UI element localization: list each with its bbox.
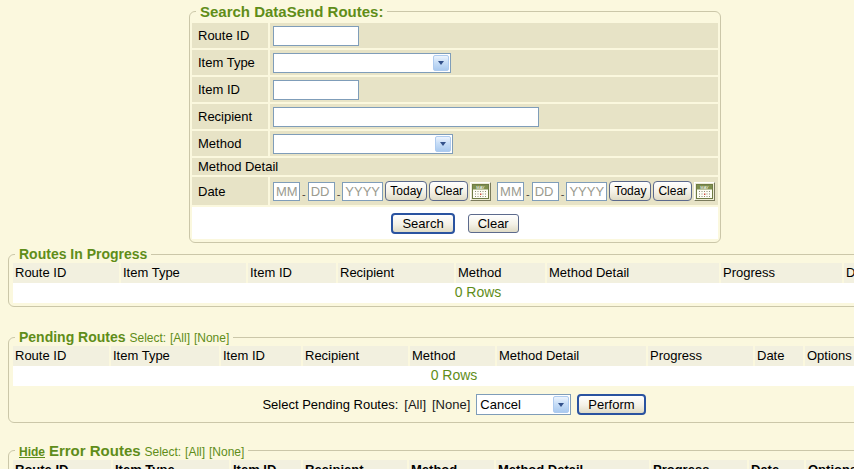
col-method-detail: Method Detail (547, 263, 719, 283)
method-detail-row: Method Detail (192, 158, 718, 175)
date-separator: - (337, 188, 341, 200)
date-separator: - (561, 188, 565, 200)
date-to-month-input[interactable] (497, 182, 524, 201)
col-date: Date (844, 263, 854, 283)
date-from-day-input[interactable] (308, 182, 335, 201)
date-from-group: - - Today Clear MAY (273, 181, 491, 201)
recipient-input[interactable] (273, 107, 539, 127)
col-route-id: Route ID (13, 460, 111, 469)
date-from-today-button[interactable]: Today (385, 181, 427, 201)
date-from-year-input[interactable] (342, 182, 383, 201)
col-method-detail: Method Detail (497, 346, 646, 366)
item-id-label: Item ID (192, 77, 268, 102)
svg-text:MAY: MAY (476, 184, 485, 189)
calendar-icon[interactable]: MAY (694, 182, 715, 201)
col-method: Method (409, 460, 494, 469)
pending-select-label: Select: (129, 331, 166, 345)
dropdown-arrow-icon (553, 396, 569, 413)
date-row: Date - - Today Clear MAY (192, 177, 718, 205)
date-to-today-button[interactable]: Today (609, 181, 651, 201)
item-id-field-cell (270, 77, 718, 102)
col-item-type: Item Type (121, 263, 246, 283)
col-date: Date (755, 346, 803, 366)
pending-action-select[interactable]: Cancel (476, 394, 571, 415)
date-from-clear-button[interactable]: Clear (429, 181, 468, 201)
routes-in-progress-panel: Routes In Progress Route ID Item Type It… (8, 246, 854, 307)
item-id-input[interactable] (273, 80, 359, 100)
item-type-field-cell (270, 50, 718, 75)
table-header-row: Route ID Item Type Item ID Recipient Met… (13, 263, 854, 283)
route-id-label: Route ID (192, 23, 268, 48)
col-item-id: Item ID (248, 263, 336, 283)
method-select[interactable] (273, 134, 453, 154)
pending-action-row: Select Pending Routes: [All] [None] Canc… (11, 394, 854, 415)
error-select-none-link[interactable]: [None] (209, 445, 244, 459)
search-button[interactable]: Search (391, 213, 454, 234)
method-detail-label: Method Detail (192, 158, 718, 175)
date-from-month-input[interactable] (273, 182, 300, 201)
pending-action-none-link[interactable]: [None] (432, 397, 470, 412)
col-method: Method (410, 346, 495, 366)
col-recipient: Recipient (338, 263, 454, 283)
method-row: Method (192, 131, 718, 156)
routes-in-progress-title: Routes In Progress (15, 246, 151, 262)
error-routes-title: Hide Error Routes Select: [All] [None] (15, 442, 248, 459)
search-datasend-routes-panel: Search DataSend Routes: Route ID Item Ty… (189, 3, 721, 243)
pending-routes-panel: Pending Routes Select: [All] [None] Rout… (8, 329, 854, 423)
error-select-label: Select: (144, 445, 181, 459)
col-item-id: Item ID (231, 460, 301, 469)
col-item-type: Item Type (113, 460, 229, 469)
search-buttons-row: Search Clear (192, 207, 718, 239)
hide-error-routes-link[interactable]: Hide (19, 445, 45, 459)
item-type-select[interactable] (273, 53, 451, 73)
col-progress: Progress (651, 460, 747, 469)
date-field-cell: - - Today Clear MAY (270, 177, 718, 205)
date-to-day-input[interactable] (532, 182, 559, 201)
pending-action-all-link[interactable]: [All] (404, 397, 426, 412)
recipient-row: Recipient (192, 104, 718, 129)
pending-select-none-link[interactable]: [None] (194, 331, 229, 345)
pending-routes-title-text: Pending Routes (19, 329, 126, 345)
date-to-clear-button[interactable]: Clear (653, 181, 692, 201)
pending-routes-title: Pending Routes Select: [All] [None] (15, 329, 233, 345)
col-recipient: Recipient (303, 346, 408, 366)
table-header-row: Route ID Item Type Item ID Recipient Met… (13, 460, 854, 469)
svg-text:MAY: MAY (700, 184, 709, 189)
date-label: Date (192, 177, 268, 205)
method-label: Method (192, 131, 268, 156)
routes-in-progress-table: Route ID Item Type Item ID Recipient Met… (11, 263, 854, 303)
route-id-row: Route ID (192, 23, 718, 48)
col-recipient: Recipient (303, 460, 407, 469)
item-type-label: Item Type (192, 50, 268, 75)
recipient-label: Recipient (192, 104, 268, 129)
route-id-field-cell (270, 23, 718, 48)
clear-button[interactable]: Clear (468, 214, 519, 233)
col-progress: Progress (721, 263, 842, 283)
pending-action-select-value: Cancel (480, 397, 520, 412)
calendar-icon[interactable]: MAY (470, 182, 491, 201)
route-id-input[interactable] (273, 26, 359, 46)
pending-select-all-link[interactable]: [All] (170, 331, 190, 345)
search-panel-title: Search DataSend Routes: (196, 3, 387, 20)
col-options: Options (805, 346, 854, 366)
col-options: Options (806, 460, 854, 469)
dropdown-arrow-icon (433, 55, 449, 71)
col-method-detail: Method Detail (496, 460, 649, 469)
col-item-id: Item ID (221, 346, 301, 366)
table-empty-row: 0 Rows (13, 283, 854, 303)
col-progress: Progress (648, 346, 753, 366)
date-to-year-input[interactable] (566, 182, 607, 201)
method-field-cell (270, 131, 718, 156)
pending-routes-table: Route ID Item Type Item ID Recipient Met… (11, 346, 854, 386)
date-to-group: - - Today Clear MAY (497, 181, 715, 201)
date-separator: - (526, 188, 530, 200)
col-item-type: Item Type (111, 346, 219, 366)
date-separator: - (302, 188, 306, 200)
error-select-all-link[interactable]: [All] (185, 445, 205, 459)
empty-rows-message: 0 Rows (13, 366, 854, 386)
table-empty-row: 0 Rows (13, 366, 854, 386)
perform-button[interactable]: Perform (577, 394, 645, 415)
select-pending-routes-label: Select Pending Routes: (262, 397, 398, 412)
recipient-field-cell (270, 104, 718, 129)
dropdown-arrow-icon (435, 136, 451, 152)
